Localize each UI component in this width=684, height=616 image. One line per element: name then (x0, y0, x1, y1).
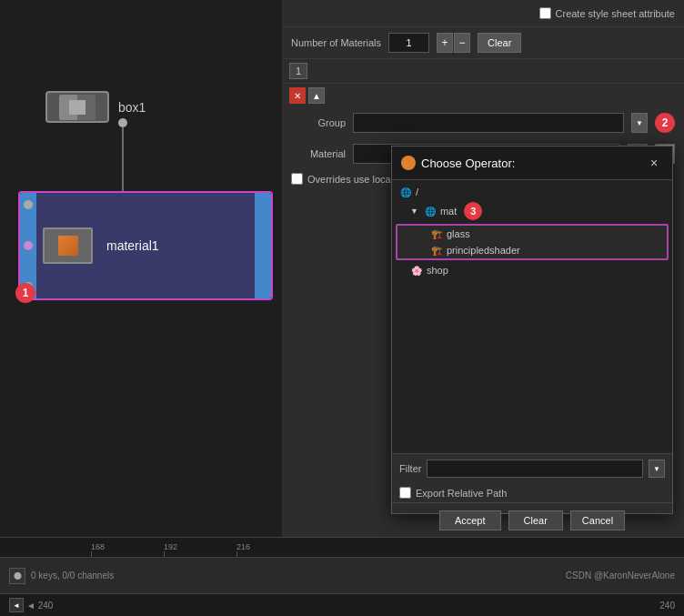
channels-label: 0 keys, 0/0 channels (31, 571, 114, 581)
selected-group-container: 🏗️ glass 🏗️ principledshader (396, 224, 669, 260)
timeline-right-controls: 240 (659, 601, 675, 611)
dialog-clear-button[interactable]: Clear (508, 510, 563, 530)
timeline-bottom-bar: ◄ ◄ 240 240 (0, 594, 684, 616)
tree-item-glass[interactable]: 🏗️ glass (397, 226, 667, 242)
material1-node[interactable]: material1 1 (18, 191, 273, 300)
dialog-tree[interactable]: 🌐 / ▼ 🌐 mat 3 🏗️ glass 🏗️ principledshad… (392, 180, 672, 453)
dialog-close-button[interactable]: × (645, 154, 663, 172)
tree-item-root[interactable]: 🌐 / (392, 184, 672, 200)
export-label: Export Relative Path (416, 488, 507, 499)
dialog-title-bar: Choose Operator: × (392, 146, 672, 180)
dialog-title-icon (401, 156, 416, 170)
ruler-mark-168: 168 (91, 542, 164, 557)
numbered-row: 1 (282, 59, 684, 84)
ruler-mark-216: 216 (236, 542, 309, 557)
increment-up-button[interactable]: + (437, 33, 453, 53)
style-sheet-checkbox[interactable] (539, 7, 551, 19)
export-checkbox[interactable] (399, 487, 411, 499)
group-dropdown-button[interactable]: ▼ (631, 113, 648, 133)
timeline-right: CSDN @KaronNeverAlone (119, 571, 675, 581)
increment-down-button[interactable]: − (454, 33, 470, 53)
tree-label-root: / (416, 187, 418, 197)
badge-3: 3 (464, 202, 482, 220)
key-button[interactable]: ⬤ (9, 568, 25, 584)
timeline-ruler: 168 192 216 (0, 538, 684, 558)
tree-item-shop[interactable]: 🌸 shop (392, 262, 672, 278)
tree-icon-root: 🌐 (399, 186, 412, 198)
style-sheet-label: Create style sheet attribute (556, 8, 675, 19)
box1-label: box1 (118, 100, 146, 115)
action-row: ✕ ▲ (282, 84, 684, 107)
dialog-title-text: Choose Operator: (421, 157, 515, 170)
tree-item-mat[interactable]: ▼ 🌐 mat 3 (392, 200, 672, 222)
filter-input[interactable] (427, 459, 643, 478)
node-graph-panel: box1 material1 1 (0, 0, 282, 537)
filter-row: Filter ▼ (392, 453, 672, 483)
badge-2: 2 (655, 113, 675, 133)
filter-label: Filter (399, 463, 421, 474)
tree-item-principledshader[interactable]: 🏗️ principledshader (397, 242, 667, 258)
frame-left: ◄ 240 (26, 601, 53, 611)
material-label: Material (291, 148, 346, 159)
style-sheet-checkbox-row: Create style sheet attribute (539, 7, 675, 19)
timeline-content: ⬤ 0 keys, 0/0 channels CSDN @KaronNeverA… (0, 558, 684, 594)
group-input[interactable] (353, 113, 624, 133)
group-field-row: Group ▼ 2 (282, 107, 684, 138)
remove-button[interactable]: ✕ (289, 87, 306, 104)
up-button[interactable]: ▲ (308, 87, 325, 104)
dialog-title-area: Choose Operator: (401, 156, 515, 170)
filter-dropdown-button[interactable]: ▼ (649, 459, 665, 478)
box1-node[interactable]: box1 (45, 91, 146, 123)
tree-label-mat: mat (440, 206, 457, 217)
tree-label-principledshader: principledshader (447, 245, 520, 256)
tree-icon-principledshader: 🏗️ (430, 244, 443, 257)
tree-arrow-mat: ▼ (410, 207, 418, 216)
badge-1: 1 (15, 283, 35, 303)
overrides-checkbox[interactable] (291, 173, 303, 185)
materials-row: Number of Materials + − Clear (282, 27, 684, 59)
frame-right: 240 (659, 601, 675, 611)
dialog-footer: Accept Clear Cancel (392, 502, 672, 538)
tree-icon-glass: 🏗️ (430, 227, 443, 240)
csdn-label: CSDN @KaronNeverAlone (566, 571, 675, 581)
export-row: Export Relative Path (392, 483, 672, 502)
ruler-mark-192: 192 (164, 542, 236, 557)
prev-frame-button[interactable]: ◄ (9, 598, 24, 612)
ruler-marks-container: 168 192 216 (0, 538, 309, 557)
tree-icon-shop: 🌸 (410, 264, 423, 277)
group-label: Group (291, 117, 346, 128)
num-materials-input[interactable] (388, 33, 429, 53)
material1-label: material1 (106, 238, 271, 253)
accept-button[interactable]: Accept (439, 510, 501, 530)
increment-buttons: + − (437, 33, 470, 53)
num-materials-label: Number of Materials (291, 37, 381, 48)
tree-icon-mat: 🌐 (424, 205, 437, 217)
timeline: 168 192 216 ⬤ 0 keys, 0/0 channels CSDN … (0, 537, 684, 616)
tree-label-shop: shop (427, 265, 448, 276)
timeline-left-controls: ◄ ◄ 240 (9, 598, 53, 612)
top-toolbar: Create style sheet attribute (282, 0, 684, 27)
cancel-button[interactable]: Cancel (570, 510, 625, 530)
choose-operator-dialog: Choose Operator: × 🌐 / ▼ 🌐 mat 3 🏗️ glas… (391, 146, 673, 514)
tree-label-glass: glass (447, 228, 470, 239)
box1-icon (45, 91, 109, 123)
row-number-badge: 1 (289, 63, 307, 79)
clear-button[interactable]: Clear (478, 33, 521, 53)
